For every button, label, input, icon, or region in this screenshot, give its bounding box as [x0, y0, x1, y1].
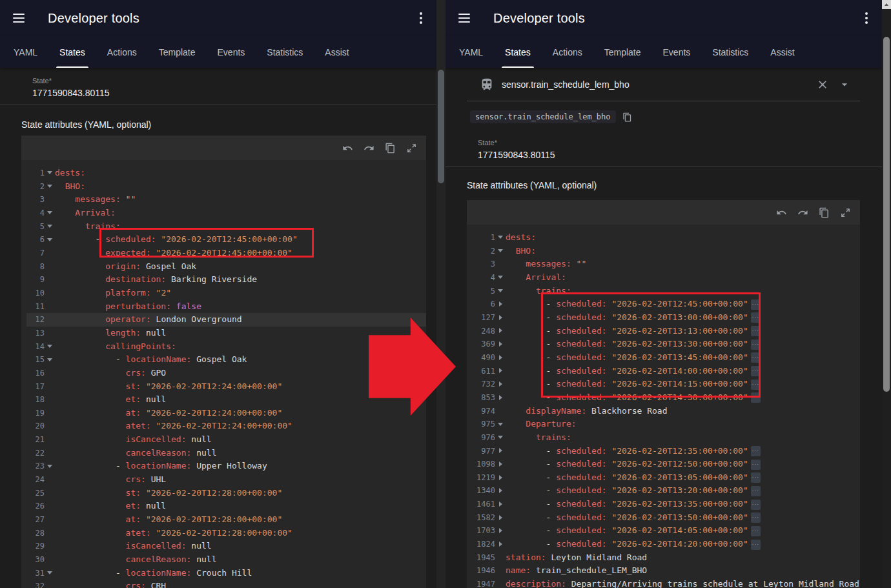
fold-closed-icon[interactable]: [495, 511, 506, 524]
scroll-up-button[interactable]: [882, 0, 891, 9]
fold-closed-icon[interactable]: [495, 391, 506, 404]
fold-open-icon[interactable]: [45, 180, 55, 193]
menu-icon[interactable]: [456, 11, 473, 25]
folded-content-badge[interactable]: ···: [751, 460, 761, 470]
fold-open-icon[interactable]: [495, 271, 506, 284]
tab-template[interactable]: Template: [593, 36, 652, 68]
fold-closed-icon[interactable]: [495, 484, 506, 497]
line-number: 1461: [472, 498, 495, 511]
folded-content-badge[interactable]: ···: [751, 472, 761, 483]
expand-icon[interactable]: [406, 143, 417, 154]
folded-content-badge[interactable]: ···: [751, 312, 761, 323]
code-area[interactable]: 1dests:2 BHO:3 messages: ""4 Arrival:5 t…: [467, 225, 860, 588]
fold-closed-icon[interactable]: [495, 538, 506, 551]
fold-open-icon[interactable]: [495, 285, 506, 298]
fold-closed-icon[interactable]: [495, 498, 506, 511]
code-text: - scheduled: "2026-02-20T12:45:00+00:00": [55, 233, 298, 246]
fold-open-icon[interactable]: [495, 245, 506, 258]
fold-open-icon[interactable]: [45, 353, 55, 366]
state-value[interactable]: 1771590843.80115: [32, 88, 436, 98]
tab-events[interactable]: Events: [652, 36, 702, 68]
fold-closed-icon[interactable]: [495, 471, 506, 484]
folded-content-badge[interactable]: ···: [751, 352, 761, 363]
state-value[interactable]: 1771590843.80115: [478, 150, 882, 160]
tab-template[interactable]: Template: [148, 36, 207, 68]
copy-icon[interactable]: [819, 207, 830, 218]
fold-closed-icon[interactable]: [495, 445, 506, 458]
undo-icon[interactable]: [342, 143, 353, 154]
code-text: - scheduled: "2026-02-20T14:00:00+00:00"…: [506, 365, 761, 378]
tab-assist[interactable]: Assist: [759, 36, 805, 68]
fold-open-icon[interactable]: [495, 431, 506, 444]
fold-closed-icon[interactable]: [495, 298, 506, 310]
tab-events[interactable]: Events: [207, 36, 256, 68]
fold-closed-icon[interactable]: [495, 325, 506, 338]
undo-icon[interactable]: [776, 207, 787, 218]
folded-content-badge[interactable]: ···: [751, 540, 761, 550]
tab-assist[interactable]: Assist: [314, 36, 360, 68]
folded-content-badge[interactable]: ···: [751, 392, 761, 403]
redo-icon[interactable]: [797, 207, 808, 218]
tab-yaml[interactable]: YAML: [3, 36, 48, 68]
fold-open-icon[interactable]: [45, 207, 55, 219]
fold-open-icon[interactable]: [45, 340, 55, 353]
copy-entity-id-icon[interactable]: [622, 112, 632, 122]
fold-open-icon[interactable]: [45, 233, 55, 246]
menu-icon[interactable]: [10, 11, 27, 25]
folded-content-badge[interactable]: ···: [751, 486, 761, 496]
folded-content-badge[interactable]: ···: [751, 526, 761, 536]
entity-id-chip[interactable]: sensor.train_schedule_lem_bho: [470, 110, 616, 123]
fold-closed-icon[interactable]: [495, 311, 506, 324]
code-area[interactable]: 1dests:2 BHO:3 messages: ""4 Arrival:5 t…: [21, 160, 426, 588]
code-line: 4 Arrival:: [472, 271, 860, 285]
state-field[interactable]: State* 1771590843.80115: [0, 68, 436, 105]
overflow-menu-icon[interactable]: [416, 8, 426, 28]
clear-entity-icon[interactable]: [816, 78, 829, 91]
fold-open-icon[interactable]: [45, 220, 55, 233]
page-scrollbar[interactable]: [882, 0, 891, 588]
fold-closed-icon[interactable]: [495, 365, 506, 378]
scrollbar-thumb[interactable]: [438, 70, 444, 183]
tab-actions[interactable]: Actions: [96, 36, 148, 68]
fold-open-icon[interactable]: [45, 460, 55, 472]
left-panel-scrollbar[interactable]: [436, 0, 446, 588]
code-text: atet: "2026-02-20T12:24:00+00:00": [55, 420, 292, 432]
entity-picker-value[interactable]: sensor.train_schedule_lem_bho: [502, 79, 630, 90]
code-text: - scheduled: "2026-02-20T12:35:00+00:00"…: [506, 445, 761, 458]
line-number: 974: [472, 405, 495, 418]
fold-open-icon[interactable]: [45, 567, 55, 580]
folded-content-badge[interactable]: ···: [751, 446, 761, 456]
code-line: 10 platform: "2": [26, 287, 426, 300]
tab-statistics[interactable]: Statistics: [256, 36, 314, 68]
code-text: perturbation: false: [55, 300, 201, 313]
overflow-menu-icon[interactable]: [861, 8, 872, 28]
folded-content-badge[interactable]: ···: [751, 512, 761, 523]
tab-actions[interactable]: Actions: [542, 36, 593, 68]
entity-picker[interactable]: sensor.train_schedule_lem_bho: [467, 68, 860, 101]
dropdown-caret-icon[interactable]: [838, 78, 851, 91]
tab-yaml[interactable]: YAML: [448, 36, 494, 68]
fold-open-icon[interactable]: [495, 231, 506, 244]
fold-open-icon[interactable]: [495, 418, 506, 431]
line-number: 19: [26, 407, 45, 420]
folded-content-badge[interactable]: ···: [751, 340, 761, 350]
copy-icon[interactable]: [385, 143, 396, 154]
fold-closed-icon[interactable]: [495, 524, 506, 537]
fold-closed-icon[interactable]: [495, 338, 506, 350]
folded-content-badge[interactable]: ···: [751, 366, 761, 376]
fold-closed-icon[interactable]: [495, 351, 506, 364]
redo-icon[interactable]: [364, 143, 374, 154]
expand-icon[interactable]: [840, 207, 851, 218]
folded-content-badge[interactable]: ···: [751, 500, 761, 510]
fold-open-icon[interactable]: [45, 167, 55, 179]
folded-content-badge[interactable]: ···: [751, 380, 761, 390]
scrollbar-thumb[interactable]: [883, 37, 890, 392]
fold-closed-icon[interactable]: [495, 378, 506, 390]
folded-content-badge[interactable]: ···: [751, 299, 761, 310]
folded-content-badge[interactable]: ···: [751, 326, 761, 336]
tab-states[interactable]: States: [494, 36, 542, 68]
tab-statistics[interactable]: Statistics: [701, 36, 759, 68]
tab-states[interactable]: States: [48, 36, 96, 68]
state-field[interactable]: State* 1771590843.80115: [446, 123, 882, 167]
fold-closed-icon[interactable]: [495, 458, 506, 471]
